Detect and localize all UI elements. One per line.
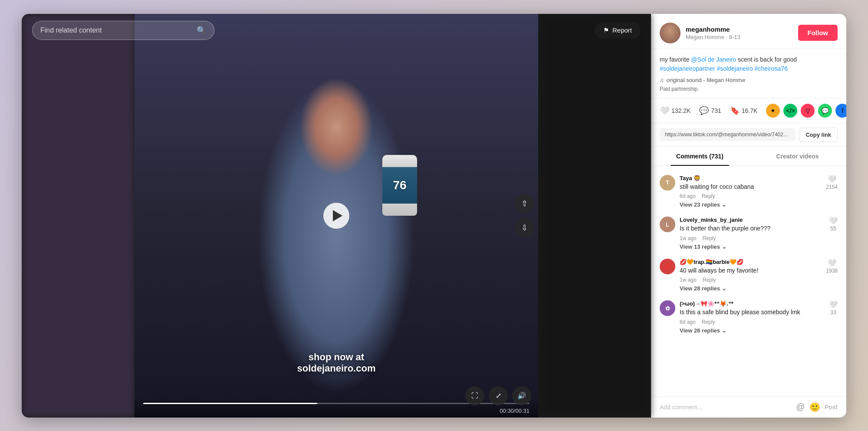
comment-item: ✿ (>ωo)→🎀🌸*⁺🦊.⁺* Is this a safe blind bu… [651, 296, 846, 338]
volume-button[interactable]: 🔊 [512, 386, 531, 405]
comment-avatar: T [660, 175, 675, 191]
bookmarks-count: 16.7K [742, 107, 758, 114]
product-bottle: 76 [382, 155, 417, 216]
comment-heart-icon[interactable]: 🤍 [829, 217, 838, 225]
paid-partnership-badge: Paid partnership [660, 86, 838, 92]
video-right-blur [538, 14, 651, 418]
video-link-url: https://www.tiktok.com/@meganhomme/video… [660, 128, 796, 141]
comment-meta: 6d ago Reply [680, 193, 822, 199]
right-panel: meganhomme Megan Homme · 8-13 Follow my … [651, 14, 846, 418]
comment-time: 6d ago [680, 319, 696, 325]
report-button[interactable]: ⚑ Report [595, 22, 641, 39]
comment-heart-icon[interactable]: 🤍 [828, 259, 836, 267]
view-replies[interactable]: View 23 replies ⌄ [680, 201, 822, 208]
overlay-line2: soldejaneiro.com [297, 363, 376, 374]
play-button[interactable] [323, 203, 349, 229]
progress-fill [143, 403, 317, 404]
post-text-mid: scent is back for good [736, 56, 797, 63]
add-comment-input[interactable] [660, 404, 792, 411]
comment-username: Lovely_minks_by_janie [680, 217, 825, 223]
comment-reply-link[interactable]: Reply [703, 277, 716, 283]
search-input[interactable] [40, 26, 192, 34]
link-row: https://www.tiktok.com/@meganhomme/video… [651, 123, 846, 147]
comment-text: 40 will always be my favorite! [680, 266, 822, 275]
sound-label[interactable]: original sound - Megan Homme [667, 77, 745, 83]
post-comment-button[interactable]: Post [825, 404, 838, 411]
bookmark-stat-icon: 🔖 [730, 106, 740, 115]
nav-down-button[interactable]: ⇩ [515, 218, 534, 237]
comment-text: still waiting for coco cabana [680, 183, 822, 191]
comment-reply-link[interactable]: Reply [703, 235, 716, 241]
comment-username: (>ωo)→🎀🌸*⁺🦊.⁺* [680, 300, 825, 307]
tab-creator-videos[interactable]: Creator videos [749, 147, 846, 166]
view-replies[interactable]: View 28 replies ⌄ [680, 285, 822, 292]
comment-like-count: 1938 [826, 268, 838, 274]
comment-item: L Lovely_minks_by_janie Is it better tha… [651, 212, 846, 254]
nav-arrows: ⇧ ⇩ [515, 194, 534, 237]
post-mention[interactable]: @Sol de Janeiro [691, 56, 736, 63]
comment-likes: 🤍 33 [829, 300, 838, 316]
comment-text: Is it better than the purple one??? [680, 224, 825, 233]
likes-count: 132.2K [671, 107, 690, 114]
comment-time: 6d ago [680, 193, 696, 199]
fullscreen-button[interactable]: ⛶ [465, 386, 484, 405]
comment-like-count: 55 [830, 226, 836, 232]
comment-item: 💋 💋🧡trap.🏳️‍🌈barbie🧡💋 40 will always be … [651, 254, 846, 296]
report-flag-icon: ⚑ [603, 26, 609, 34]
comment-heart-icon[interactable]: 🤍 [829, 300, 838, 309]
copy-link-button[interactable]: Copy link [799, 128, 838, 142]
heart-stat-icon: 🤍 [660, 106, 669, 115]
emoji-icon[interactable]: 🙂 [809, 402, 820, 412]
comment-stat-icon: 💬 [699, 106, 709, 115]
comment-like-count: 2154 [826, 184, 838, 190]
comment-avatar: L [660, 217, 675, 232]
share-icon-green-brand[interactable]: </> [783, 104, 797, 118]
video-overlay-text: shop now at soldejaneiro.com [297, 352, 376, 374]
comment-reply-link[interactable]: Reply [702, 193, 715, 199]
tab-comments[interactable]: Comments (731) [651, 147, 749, 166]
view-replies[interactable]: View 26 replies ⌄ [680, 327, 825, 334]
comment-body: (>ωo)→🎀🌸*⁺🦊.⁺* Is this a safe blind buy … [680, 300, 825, 334]
progress-time: 00:30/00:31 [143, 408, 529, 414]
report-label: Report [612, 26, 632, 34]
comment-text: Is this a safe blind buy please somebody… [680, 308, 825, 317]
creator-age-range: 8-13 [729, 34, 740, 40]
stats-row: 🤍 132.2K 💬 731 🔖 16.7K ✦ </> ▽ 💬 f ↗ [651, 99, 846, 123]
mention-icon[interactable]: @ [796, 402, 805, 412]
comment-meta: 1w ago Reply [680, 277, 822, 283]
creator-display-name: Megan Homme [686, 34, 724, 40]
share-icon-whatsapp[interactable]: 💬 [818, 104, 832, 118]
main-container: 76 shop now at soldejaneiro.com 00:30/00… [22, 14, 846, 418]
view-replies[interactable]: View 13 replies ⌄ [680, 243, 825, 250]
comment-body: 💋🧡trap.🏳️‍🌈barbie🧡💋 40 will always be my… [680, 259, 822, 292]
comment-like-count: 33 [830, 309, 836, 316]
bottle-number: 76 [393, 178, 406, 192]
comment-likes: 🤍 55 [829, 217, 838, 232]
video-top-bar: 🔍 ⚑ Report [22, 14, 651, 47]
overlay-line1: shop now at [309, 352, 364, 362]
creator-header: meganhomme Megan Homme · 8-13 Follow [651, 14, 846, 49]
creator-username: meganhomme [686, 26, 793, 33]
comment-avatar: 💋 [660, 259, 675, 274]
comment-username: 💋🧡trap.🏳️‍🌈barbie🧡💋 [680, 259, 822, 265]
comment-body: Taya 🦁 still waiting for coco cabana 6d … [680, 175, 822, 208]
video-thumbnail: 76 shop now at soldejaneiro.com [135, 14, 538, 418]
comment-time: 1w ago [680, 235, 697, 241]
sound-row: ♫ original sound - Megan Homme [660, 77, 838, 83]
comment-heart-icon[interactable]: 🤍 [828, 175, 836, 183]
bookmarks-stat: 🔖 16.7K [730, 106, 758, 115]
share-icons: ✦ </> ▽ 💬 f ↗ [766, 104, 846, 118]
post-text-plain: my favorite [660, 56, 691, 63]
comment-item: T Taya 🦁 still waiting for coco cabana 6… [651, 171, 846, 213]
post-hashtags[interactable]: #soldejaneiropartner #soldejaneiro #chei… [660, 65, 788, 72]
search-bar[interactable]: 🔍 [32, 21, 214, 40]
share-icon-facebook[interactable]: f [835, 104, 846, 118]
airplay-button[interactable]: ⤢ [489, 386, 508, 405]
comment-time: 1w ago [680, 277, 697, 283]
share-icon-red[interactable]: ▽ [801, 104, 815, 118]
nav-up-button[interactable]: ⇧ [515, 194, 534, 213]
share-icon-yellow[interactable]: ✦ [766, 104, 780, 118]
comment-reply-link[interactable]: Reply [702, 319, 715, 325]
tabs-row: Comments (731) Creator videos [651, 147, 846, 166]
follow-button[interactable]: Follow [798, 25, 838, 41]
